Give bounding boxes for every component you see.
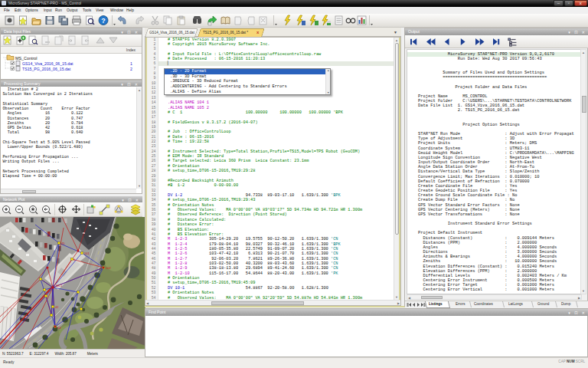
svg-text:MS_Control: MS_Control — [15, 56, 37, 61]
svg-text:MC1: MC1 — [56, 284, 63, 288]
svg-text:42: 42 — [55, 305, 59, 309]
svg-text:GS14_Viva_2016_06_15.dat: GS14_Viva_2016_06_15.dat — [22, 61, 74, 66]
svg-text:43: 43 — [57, 326, 61, 330]
svg-text:?: ? — [101, 17, 106, 25]
svg-text:TS15_PG_2016_06_15.dat: TS15_PG_2016_06_15.dat — [22, 67, 71, 71]
svg-text:102: 102 — [106, 266, 111, 270]
svg-text:2: 2 — [130, 67, 132, 71]
svg-text:45: 45 — [61, 242, 65, 245]
svg-text:101: 101 — [84, 251, 90, 255]
svg-text:1: 1 — [130, 61, 132, 66]
